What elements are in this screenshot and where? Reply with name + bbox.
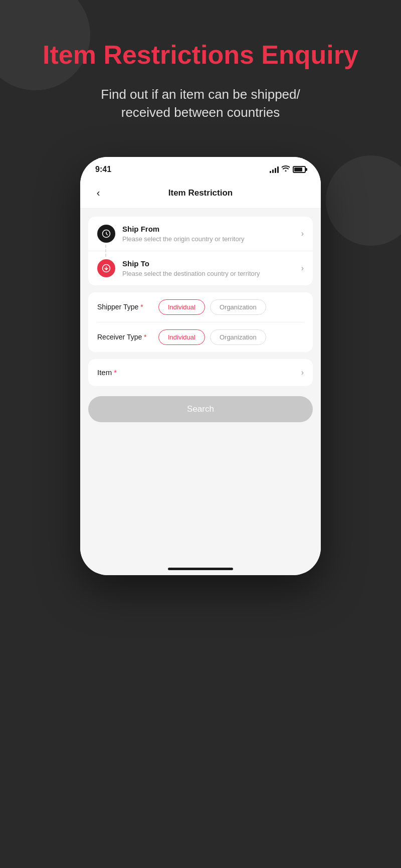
ship-from-label: Ship From <box>122 225 294 233</box>
battery-icon <box>293 166 306 173</box>
receiver-individual-button[interactable]: Individual <box>158 329 205 345</box>
page-subtitle: Find out if an item can be shipped/recei… <box>30 85 371 122</box>
status-time: 9:41 <box>95 165 111 174</box>
shipper-organization-button[interactable]: Organization <box>210 299 266 315</box>
ship-to-icon <box>97 259 115 277</box>
ship-card: Ship From Please select the origin count… <box>88 217 313 285</box>
wifi-icon <box>282 165 290 173</box>
ship-to-placeholder: Please select the destination country or… <box>122 270 294 277</box>
status-icons <box>270 165 306 173</box>
ship-to-chevron-icon: › <box>301 264 304 273</box>
item-required-star: * <box>112 368 117 377</box>
receiver-type-label: Receiver Type * <box>97 333 152 341</box>
ship-from-chevron-icon: › <box>301 229 304 238</box>
ship-to-info: Ship To Please select the destination co… <box>122 259 294 277</box>
phone-container: 9:41 <box>80 157 321 575</box>
item-label: Item * <box>97 368 301 377</box>
shipper-type-label: Shipper Type * <box>97 303 152 311</box>
ship-to-row[interactable]: Ship To Please select the destination co… <box>88 251 313 285</box>
nav-bar: ‹ Item Restriction <box>80 178 321 209</box>
signal-icon <box>270 166 279 173</box>
shipper-type-row: Shipper Type * Individual Organization <box>97 292 304 322</box>
bg-circle-bottom-right <box>326 155 401 246</box>
receiver-required-star: * <box>142 333 146 341</box>
ship-from-row[interactable]: Ship From Please select the origin count… <box>88 217 313 251</box>
back-arrow-icon: ‹ <box>97 187 100 199</box>
search-button[interactable]: Search <box>88 396 313 422</box>
ship-from-icon <box>97 225 115 243</box>
header-section: Item Restrictions Enquiry Find out if an… <box>0 0 401 142</box>
ship-from-info: Ship From Please select the origin count… <box>122 225 294 243</box>
phone-mockup: 9:41 <box>80 157 321 575</box>
receiver-type-buttons: Individual Organization <box>158 329 266 345</box>
type-card: Shipper Type * Individual Organization R… <box>88 292 313 352</box>
phone-content: Ship From Please select the origin count… <box>80 209 321 560</box>
receiver-organization-button[interactable]: Organization <box>210 329 266 345</box>
receiver-type-row: Receiver Type * Individual Organization <box>97 322 304 352</box>
ship-to-label: Ship To <box>122 259 294 268</box>
item-card[interactable]: Item * › <box>88 359 313 386</box>
item-chevron-icon: › <box>301 368 304 377</box>
nav-title: Item Restriction <box>106 188 295 198</box>
shipper-required-star: * <box>138 303 143 311</box>
home-bar <box>168 568 233 570</box>
page-title: Item Restrictions Enquiry <box>30 40 371 70</box>
shipper-type-buttons: Individual Organization <box>158 299 266 315</box>
status-bar: 9:41 <box>80 157 321 178</box>
home-indicator <box>80 560 321 575</box>
ship-from-placeholder: Please select the origin country or terr… <box>122 235 294 243</box>
shipper-individual-button[interactable]: Individual <box>158 299 205 315</box>
back-button[interactable]: ‹ <box>90 185 106 201</box>
